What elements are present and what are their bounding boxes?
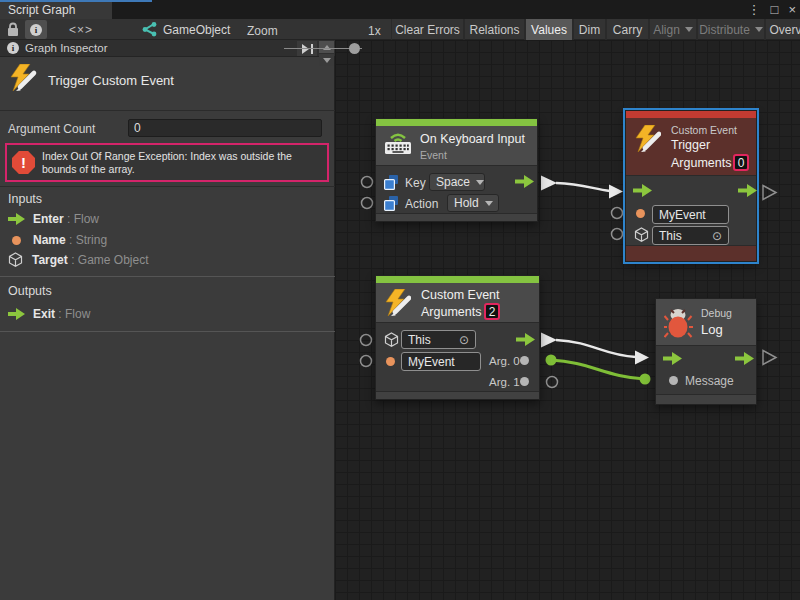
align-button[interactable]: Align <box>649 19 697 40</box>
values-button[interactable]: Values <box>525 19 573 40</box>
arg1-port[interactable] <box>520 377 529 386</box>
argument-count-input[interactable] <box>128 119 322 137</box>
gameobject-chip[interactable]: GameObject <box>141 22 230 37</box>
enum-icon <box>384 196 399 211</box>
gameobject-graph-icon <box>141 22 157 37</box>
enum-icon <box>384 175 399 190</box>
chevron-down-icon <box>685 27 693 32</box>
lock-button[interactable] <box>2 20 24 39</box>
edit-code-button[interactable]: <×> <box>62 23 100 37</box>
arguments-count-badge: 0 <box>733 154 749 171</box>
cube-icon[interactable] <box>634 227 649 242</box>
node-debug-log[interactable]: Debug Log Message <box>655 298 757 405</box>
flow-in-port-icon[interactable] <box>633 184 652 197</box>
arg0-port[interactable] <box>520 356 529 365</box>
input-row-enter: Enter : Flow <box>8 211 99 227</box>
arguments-label: Arguments <box>421 305 481 319</box>
chevron-down-icon <box>476 180 484 185</box>
flow-arrow-icon <box>8 308 25 320</box>
target-field[interactable]: This⊙ <box>652 226 729 245</box>
inputs-section-label: Inputs <box>8 192 42 206</box>
argument-count-label: Argument Count <box>8 122 95 136</box>
chevron-down-icon <box>755 27 763 32</box>
node-subtitle: Event <box>420 149 447 161</box>
relations-button[interactable]: Relations <box>464 19 525 40</box>
action-dropdown[interactable]: Hold <box>447 194 499 212</box>
node-kicker: Debug <box>701 307 732 319</box>
node-title: On Keyboard Input <box>420 132 525 146</box>
event-name-field[interactable]: MyEvent <box>401 352 481 371</box>
node-title: Custom Event <box>421 288 500 302</box>
node-footer <box>626 245 756 261</box>
triangle-down-icon <box>323 58 331 63</box>
arg1-label: Arg. 1 <box>489 376 520 388</box>
node-body: Key Space Action Hold <box>376 166 537 215</box>
node-on-keyboard-input[interactable]: On Keyboard Input Event Key Space Action… <box>375 118 538 222</box>
event-name-field[interactable]: MyEvent <box>652 205 729 224</box>
node-topbar <box>626 111 756 118</box>
clear-errors-button[interactable]: Clear Errors <box>391 19 464 40</box>
cube-icon[interactable] <box>384 332 399 347</box>
flow-in-port-icon[interactable] <box>663 352 682 365</box>
input-row-target: Target : Game Object <box>8 252 149 268</box>
node-footer <box>376 213 537 221</box>
node-header[interactable]: Debug Log <box>656 299 756 346</box>
string-port-icon[interactable] <box>636 209 645 218</box>
flow-out-port-icon[interactable] <box>515 175 534 188</box>
distribute-button[interactable]: Distribute <box>697 19 765 40</box>
scroll-down-button[interactable] <box>319 54 334 66</box>
flow-out-port-icon[interactable] <box>738 184 757 197</box>
scroll-up-button[interactable] <box>319 41 334 53</box>
node-trigger-custom-event[interactable]: Custom Event Trigger Arguments 0 MyEvent… <box>625 110 757 262</box>
node-header[interactable]: Custom Event Trigger Arguments 0 <box>626 118 756 176</box>
action-label: Action <box>405 197 438 211</box>
flow-out-port-icon[interactable] <box>516 333 535 346</box>
error-text: Index Out Of Range Exception: Index was … <box>42 150 322 176</box>
target-picker-icon[interactable]: ⊙ <box>712 229 722 243</box>
message-label: Message <box>685 374 734 388</box>
node-footer <box>656 394 756 404</box>
zoom-slider-knob[interactable] <box>349 43 360 54</box>
close-icon[interactable]: × <box>788 2 796 17</box>
key-dropdown[interactable]: Space <box>429 173 485 191</box>
node-title: Trigger <box>671 138 710 152</box>
info-icon <box>7 42 19 54</box>
node-topbar <box>376 119 537 126</box>
carry-button[interactable]: Carry <box>606 19 649 40</box>
tab-script-graph[interactable]: Script Graph <box>0 2 112 19</box>
target-field[interactable]: This⊙ <box>401 330 476 349</box>
target-picker-icon[interactable]: ⊙ <box>459 333 469 347</box>
node-body: This⊙ MyEvent Arg. 0 Arg. 1 <box>376 323 539 393</box>
flow-out-port-icon[interactable] <box>735 352 754 365</box>
dim-button[interactable]: Dim <box>573 19 606 40</box>
error-message-box: Index Out Of Range Exception: Index was … <box>5 143 329 182</box>
focus-accent-line <box>0 0 152 2</box>
node-footer <box>376 391 539 399</box>
string-port-icon[interactable] <box>386 357 395 366</box>
keyboard-icon <box>384 131 412 155</box>
zoom-label: Zoom <box>247 24 278 38</box>
flow-arrow-icon <box>8 213 25 225</box>
arguments-label: Arguments <box>671 156 731 170</box>
overview-button[interactable]: Overv <box>765 19 800 40</box>
divider <box>0 110 335 111</box>
custom-event-icon <box>10 64 38 94</box>
node-custom-event[interactable]: Custom Event Arguments 2 This⊙ MyEvent A… <box>375 275 540 400</box>
key-label: Key <box>405 176 426 190</box>
lock-icon <box>6 22 20 37</box>
graph-inspector-panel: Graph Inspector Trigger Custom Event Arg… <box>0 40 335 600</box>
node-body: MyEvent This⊙ <box>626 176 756 246</box>
node-header[interactable]: Custom Event Arguments 2 <box>376 283 539 323</box>
zoom-value: 1x <box>368 24 381 38</box>
cube-icon <box>8 252 24 268</box>
node-header[interactable]: On Keyboard Input Event <box>376 126 537 166</box>
string-port-icon <box>12 236 21 245</box>
node-title: Log <box>701 322 723 337</box>
window-menu-icon[interactable]: ⋮ <box>748 2 761 17</box>
inspector-toggle-button[interactable] <box>25 20 47 39</box>
bug-icon <box>664 306 693 339</box>
custom-event-icon <box>635 125 661 153</box>
arguments-count-badge: 2 <box>484 303 500 320</box>
maximize-icon[interactable]: □ <box>771 2 779 17</box>
message-port[interactable] <box>669 376 678 385</box>
